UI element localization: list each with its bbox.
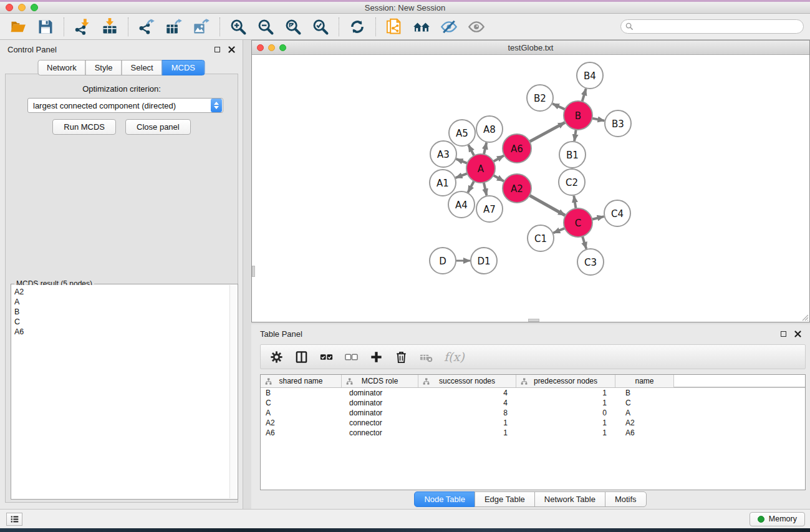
node-B[interactable]: B: [564, 101, 592, 130]
network-canvas[interactable]: B4B2BB3A5A8A6A3AB1A1A2C2A4A7C4CC1DD1C3: [252, 55, 809, 322]
delete-column-icon[interactable]: [394, 350, 408, 364]
table-row[interactable]: A6connector11A6: [261, 428, 805, 438]
home-view-icon[interactable]: [412, 17, 432, 37]
node-A7[interactable]: A7: [476, 196, 503, 222]
node-C4[interactable]: C4: [604, 200, 630, 226]
zoom-fit-icon[interactable]: [283, 17, 303, 37]
optimization-criterion-select[interactable]: largest connected component (directed): [27, 98, 223, 113]
node-A2[interactable]: A2: [503, 174, 531, 203]
edge-B-B4[interactable]: [582, 89, 586, 102]
select-all-columns-icon[interactable]: [319, 350, 334, 364]
import-table-icon[interactable]: [100, 17, 120, 37]
edge-C-C4[interactable]: [592, 216, 604, 220]
show-graphics-details-icon[interactable]: [466, 17, 486, 37]
tab-style[interactable]: Style: [85, 60, 122, 75]
tab-mcds[interactable]: MCDS: [162, 60, 205, 75]
node-C3[interactable]: C3: [577, 249, 604, 275]
export-table-icon[interactable]: [164, 17, 184, 37]
node-B1[interactable]: B1: [559, 142, 586, 168]
node-C[interactable]: C: [564, 208, 592, 237]
node-A[interactable]: A: [466, 154, 495, 183]
network-from-file-icon[interactable]: [384, 17, 404, 37]
export-image-icon[interactable]: [191, 17, 211, 37]
add-column-icon[interactable]: [369, 350, 383, 364]
edge-C-C1[interactable]: [553, 228, 565, 233]
tab-node-table[interactable]: Node Table: [414, 491, 475, 507]
zoom-selected-icon[interactable]: [311, 17, 330, 37]
edge-A6-B[interactable]: [529, 122, 565, 142]
open-session-icon[interactable]: [8, 17, 28, 37]
network-window-titlebar[interactable]: testGlobe.txt: [252, 41, 809, 55]
network-graph[interactable]: B4B2BB3A5A8A6A3AB1A1A2C2A4A7C4CC1DD1C3: [252, 55, 809, 322]
edge-A-A2[interactable]: [493, 175, 504, 181]
column-header-shared-name[interactable]: shared name: [261, 375, 342, 387]
edge-A-A8[interactable]: [484, 143, 486, 155]
delete-table-icon[interactable]: [419, 350, 433, 364]
mcds-result-item[interactable]: B: [14, 307, 229, 317]
table-row[interactable]: Cdominator41C: [261, 398, 805, 408]
node-B3[interactable]: B3: [605, 110, 631, 137]
edge-A-A6[interactable]: [493, 156, 504, 162]
float-table-panel-icon[interactable]: [781, 331, 786, 337]
float-panel-icon[interactable]: [215, 47, 220, 52]
edge-A-A1[interactable]: [456, 173, 468, 178]
edge-A2-C[interactable]: [529, 195, 565, 215]
tab-network[interactable]: Network: [37, 60, 86, 75]
node-A8[interactable]: A8: [476, 116, 503, 142]
node-D1[interactable]: D1: [471, 248, 497, 274]
node-D[interactable]: D: [430, 248, 456, 274]
hide-graphics-details-icon[interactable]: [439, 17, 459, 37]
node-B2[interactable]: B2: [527, 85, 553, 111]
tab-edge-table[interactable]: Edge Table: [475, 491, 535, 507]
zoom-out-icon[interactable]: [256, 17, 276, 37]
save-session-icon[interactable]: [36, 17, 55, 37]
edge-A-A3[interactable]: [456, 159, 468, 163]
node-A1[interactable]: A1: [430, 170, 456, 196]
edge-B-B2[interactable]: [552, 104, 565, 109]
import-network-icon[interactable]: [72, 17, 92, 37]
node-A5[interactable]: A5: [449, 120, 475, 146]
memory-button[interactable]: Memory: [750, 512, 805, 526]
window-resize-grip[interactable]: [801, 313, 809, 321]
edge-C-C3[interactable]: [582, 236, 586, 249]
canvas-left-handle[interactable]: [252, 266, 255, 277]
edge-B-B1[interactable]: [574, 130, 576, 141]
column-header-name[interactable]: name: [615, 375, 674, 387]
show-columns-icon[interactable]: [294, 350, 309, 364]
refresh-icon[interactable]: [347, 17, 367, 37]
canvas-bottom-handle[interactable]: [528, 319, 539, 322]
task-history-button[interactable]: [6, 513, 22, 526]
node-A3[interactable]: A3: [430, 141, 456, 167]
edge-A-A7[interactable]: [484, 183, 487, 196]
function-builder-icon[interactable]: f(x): [444, 350, 465, 364]
node-C2[interactable]: C2: [559, 169, 585, 195]
mcds-result-item[interactable]: A6: [14, 327, 229, 337]
zoom-in-icon[interactable]: [228, 17, 248, 37]
deselect-all-columns-icon[interactable]: [344, 350, 359, 364]
table-row[interactable]: Adominator80A: [261, 408, 805, 418]
edge-C-C2[interactable]: [574, 196, 576, 209]
node-C1[interactable]: C1: [528, 225, 554, 251]
tab-network-table[interactable]: Network Table: [534, 491, 605, 507]
close-panel-button[interactable]: Close panel: [125, 119, 191, 135]
column-header-MCDS-role[interactable]: MCDS role: [342, 375, 418, 387]
table-row[interactable]: A2connector11A2: [261, 418, 805, 428]
node-A4[interactable]: A4: [448, 191, 475, 218]
mcds-result-scrollbar[interactable]: [229, 285, 237, 498]
mcds-result-item[interactable]: C: [14, 317, 229, 327]
edge-A-A4[interactable]: [468, 181, 474, 192]
close-panel-icon[interactable]: [228, 46, 235, 53]
tab-motifs[interactable]: Motifs: [605, 491, 647, 507]
search-input[interactable]: [620, 19, 804, 34]
table-row[interactable]: Bdominator41B: [261, 388, 805, 398]
node-B4[interactable]: B4: [577, 62, 603, 89]
export-network-icon[interactable]: [137, 17, 157, 37]
run-mcds-button[interactable]: Run MCDS: [52, 119, 116, 135]
edge-A-A5[interactable]: [468, 145, 474, 156]
close-table-panel-icon[interactable]: [794, 331, 801, 337]
column-header-successor-nodes[interactable]: successor nodes: [418, 375, 516, 387]
mcds-result-item[interactable]: A: [14, 297, 229, 307]
node-A6[interactable]: A6: [503, 134, 531, 163]
tab-select[interactable]: Select: [122, 60, 163, 75]
column-header-predecessor-nodes[interactable]: predecessor nodes: [516, 375, 615, 387]
